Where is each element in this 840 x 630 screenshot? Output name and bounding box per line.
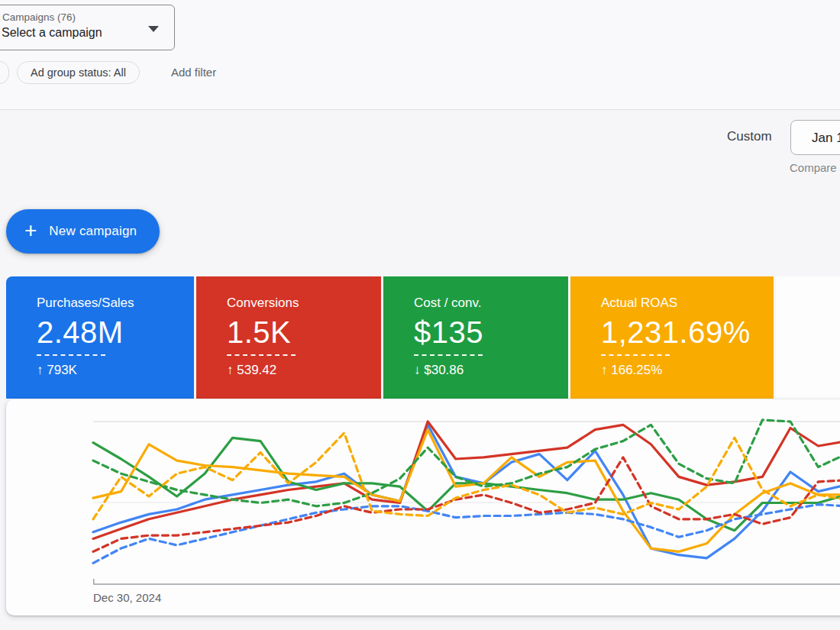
dashed-divider bbox=[601, 350, 670, 356]
dashed-divider bbox=[37, 350, 105, 356]
scorecard-delta: ↓ $30.86 bbox=[414, 363, 553, 378]
filter-chip-partial[interactable] bbox=[0, 61, 9, 84]
chevron-down-icon bbox=[148, 26, 159, 32]
chart-line-purchases-sales-previous- bbox=[93, 505, 840, 564]
google-ads-overview-page: Campaigns (76) Select a campaign Ad grou… bbox=[0, 0, 840, 630]
scorecard-value: 1,231.69% bbox=[601, 315, 758, 350]
date-range-preset[interactable]: Custom bbox=[727, 129, 772, 144]
dashed-divider bbox=[414, 350, 483, 356]
arrow-up-icon: ↑ bbox=[227, 363, 234, 377]
compare-toggle[interactable]: Compare bbox=[790, 161, 837, 174]
performance-chart-card: Dec 30, 2024 bbox=[6, 399, 840, 615]
scorecard-delta-value: $30.86 bbox=[424, 363, 464, 377]
scorecard-delta-value: 166.25% bbox=[611, 363, 662, 377]
arrow-up-icon: ↑ bbox=[37, 363, 44, 377]
scorecard-value: $135 bbox=[414, 315, 553, 350]
scorecard-row: Purchases/Sales 2.48M ↑ 793K Conversions… bbox=[6, 276, 840, 399]
arrow-down-icon: ↓ bbox=[414, 363, 421, 377]
scorecard-title: Cost / conv. bbox=[414, 296, 553, 311]
scorecard-value: 2.48M bbox=[37, 315, 179, 350]
scorecard-cost-per-conv[interactable]: Cost / conv. $135 ↓ $30.86 bbox=[383, 276, 568, 399]
ad-group-status-chip-label: Ad group status: All bbox=[31, 66, 126, 79]
scorecard-title: Actual ROAS bbox=[601, 296, 758, 311]
performance-line-chart bbox=[93, 399, 840, 586]
new-campaign-button[interactable]: + New campaign bbox=[6, 209, 160, 254]
new-campaign-label: New campaign bbox=[49, 224, 137, 239]
top-filter-bar: Campaigns (76) Select a campaign Ad grou… bbox=[0, 0, 840, 110]
chart-series bbox=[93, 420, 840, 563]
scorecard-title: Conversions bbox=[227, 296, 366, 311]
scorecard-delta: ↑ 166.25% bbox=[601, 363, 758, 378]
scorecard-purchases-sales[interactable]: Purchases/Sales 2.48M ↑ 793K bbox=[6, 276, 194, 399]
campaign-selector-dropdown[interactable]: Campaigns (76) Select a campaign bbox=[0, 5, 175, 50]
scorecard-delta-value: 793K bbox=[47, 363, 77, 377]
plus-icon: + bbox=[24, 220, 37, 241]
campaign-selector-value: Select a campaign bbox=[2, 26, 102, 40]
date-range-value: Jan 1 bbox=[812, 131, 840, 146]
scorecard-empty[interactable] bbox=[776, 276, 840, 399]
scorecard-delta-value: 539.42 bbox=[237, 363, 276, 377]
add-filter-button[interactable]: Add filter bbox=[171, 66, 216, 79]
arrow-up-icon: ↑ bbox=[601, 363, 608, 377]
x-axis-tick-label: Dec 30, 2024 bbox=[93, 591, 161, 604]
date-range-picker[interactable]: Jan 1 bbox=[790, 120, 840, 155]
chart-line-cost-conv-previous- bbox=[93, 420, 840, 506]
scorecard-conversions[interactable]: Conversions 1.5K ↑ 539.42 bbox=[196, 276, 381, 399]
scorecard-delta: ↑ 793K bbox=[37, 363, 179, 378]
ad-group-status-chip[interactable]: Ad group status: All bbox=[17, 61, 140, 84]
scorecard-actual-roas[interactable]: Actual ROAS 1,231.69% ↑ 166.25% bbox=[570, 276, 774, 399]
dashed-divider bbox=[227, 350, 296, 356]
scorecard-title: Purchases/Sales bbox=[37, 296, 179, 311]
scorecard-delta: ↑ 539.42 bbox=[227, 363, 366, 378]
scorecard-value: 1.5K bbox=[227, 315, 366, 350]
campaign-selector-label: Campaigns (76) bbox=[2, 11, 76, 23]
